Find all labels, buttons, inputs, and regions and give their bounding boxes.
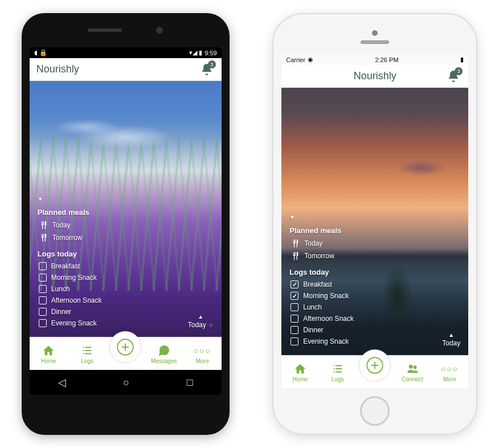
tab-messages[interactable]: Messages [145,344,183,364]
home-softkey[interactable]: ○ [123,377,129,389]
checkbox-icon [39,285,47,293]
page-title: Nourishly [36,63,79,75]
log-label: Lunch [303,303,322,311]
tab-home[interactable]: Home [30,344,68,364]
planned-meal-tomorrow[interactable]: Tomorrow [289,250,460,262]
list-icon [81,344,93,357]
android-nav-bar: ◁ ○ □ [30,370,222,395]
tab-bar: Home Logs Connect ○○○ More [281,355,468,388]
status-icons-left: ◖ 🔒 [34,49,47,56]
planned-meal-tomorrow[interactable]: Tomorrow [38,231,214,244]
utensils-icon [39,221,48,230]
log-label: Dinner [51,308,71,316]
home-hero: ▼ Planned meals Today Tomorrow Logs toda… [30,81,222,337]
checkbox-icon [39,296,47,304]
tab-logs[interactable]: Logs [68,344,106,364]
log-item[interactable]: Morning Snack [38,272,214,283]
people-icon [406,363,419,375]
today-expand-button[interactable]: ▲ Today [442,332,460,347]
chevron-up-icon: ▲ [448,332,454,338]
log-label: Evening Snack [51,319,97,327]
more-icon: ○○○ [196,344,208,357]
planned-meal-today[interactable]: Today [289,237,460,250]
tab-more[interactable]: ○○○ More [431,363,469,382]
log-item[interactable]: Afternoon Snack [289,313,460,324]
log-label: Lunch [51,285,70,293]
recents-button[interactable]: □ [187,377,193,389]
log-item[interactable]: Dinner [38,306,214,317]
tab-connect[interactable]: Connect [394,363,431,382]
log-item[interactable]: Evening Snack [289,336,460,347]
log-item[interactable]: Morning Snack [289,290,460,302]
status-time: 9:59 [204,50,216,56]
log-item[interactable]: Afternoon Snack [38,295,214,306]
tab-more[interactable]: ○○○ More [183,344,221,364]
log-label: Afternoon Snack [303,315,354,323]
back-button[interactable]: ◁ [58,376,66,389]
log-label: Evening Snack [303,337,349,345]
more-icon: ○○○ [443,363,456,375]
log-item[interactable]: Evening Snack [38,317,214,329]
log-item[interactable]: Dinner [289,324,460,336]
log-label: Dinner [303,326,323,334]
android-phone-mock: ◖ 🔒 ▾◢ ▮ 9:59 Nourishly 3 ▼ Planned meal… [22,13,230,435]
add-button[interactable] [359,349,391,381]
home-hero: ▼ Planned meals Today Tomorrow Logs toda… [281,88,468,355]
chevron-up-icon: ▲ [198,313,203,320]
log-label: Breakfast [51,262,80,270]
checkbox-icon [39,274,47,282]
tab-bar: Home Logs Messages ○○○ More [30,337,222,370]
plus-icon [366,357,383,374]
today-expand-button[interactable]: ▲ Today☆ [188,313,214,329]
log-item[interactable]: Lunch [289,302,460,313]
list-icon [332,363,344,375]
checkbox-icon [291,315,298,323]
app-header: Nourishly 3 [30,58,222,81]
planned-meal-today[interactable]: Today [38,219,214,231]
android-status-bar: ◖ 🔒 ▾◢ ▮ 9:59 [30,47,222,58]
checkbox-icon [39,308,47,316]
checkbox-icon [291,303,298,311]
chevron-down-icon: ▼ [289,214,295,221]
iphone-home-button[interactable] [360,396,390,426]
notification-badge: 3 [208,60,216,68]
log-label: Breakfast [303,280,332,288]
checkbox-icon [39,262,47,270]
checkbox-icon [39,319,47,327]
planned-meals-header[interactable]: ▼ [38,196,214,202]
notifications-button[interactable]: 3 [199,62,215,78]
log-item[interactable]: Lunch [38,283,214,295]
log-label: Morning Snack [303,292,349,300]
ios-status-bar: Carrier ◉ 2:26 PM ▮ [281,54,468,65]
log-item[interactable]: Breakfast [289,279,460,290]
add-button[interactable] [109,331,141,363]
utensils-icon [291,251,300,260]
iphone-mock: Carrier ◉ 2:26 PM ▮ Nourishly 3 ▼ Planne… [272,13,477,435]
checkbox-icon [291,337,298,345]
status-icons-right: ▾◢ ▮ [189,49,202,56]
status-time: 2:26 PM [375,56,399,63]
home-icon [42,344,55,357]
checkbox-icon [291,280,298,288]
svg-point-3 [414,366,416,369]
notification-badge: 3 [455,67,463,75]
log-label: Afternoon Snack [51,296,102,304]
home-icon [294,363,306,375]
utensils-icon [291,239,300,248]
utensils-icon [39,233,48,242]
carrier-label: Carrier [286,56,305,63]
svg-point-2 [409,365,412,369]
log-label: Morning Snack [51,274,97,282]
battery-icon: ▮ [460,56,464,63]
planned-meals-header[interactable]: ▼ [289,214,460,221]
checkbox-icon [291,326,298,334]
log-item[interactable]: Breakfast [38,260,214,272]
page-title: Nourishly [354,70,396,82]
tab-logs[interactable]: Logs [319,363,357,382]
checkbox-icon [291,292,298,300]
notifications-button[interactable]: 3 [445,68,461,84]
tab-home[interactable]: Home [281,363,319,382]
wifi-icon: ◉ [308,56,313,63]
app-header: Nourishly 3 [281,65,468,88]
plus-icon [117,339,134,356]
